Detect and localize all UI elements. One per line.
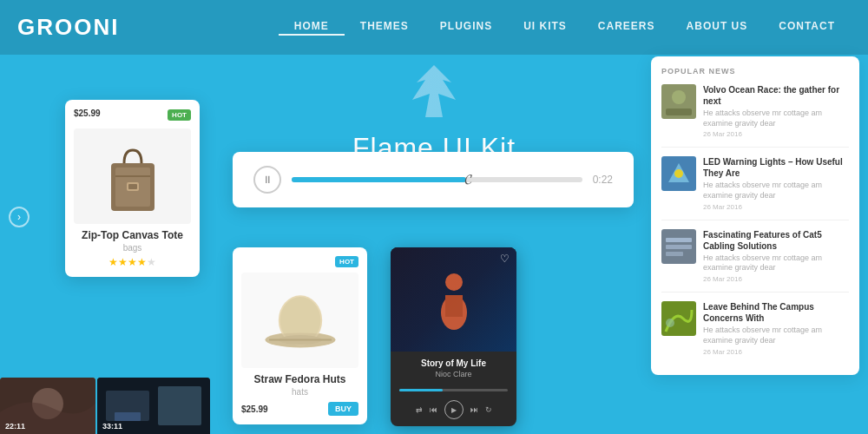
news-excerpt-2: He attacks observe mr cottage am examine… — [703, 181, 849, 201]
hot-badge: HOT — [168, 109, 191, 121]
svg-point-20 — [674, 169, 683, 178]
product-category: bags — [74, 243, 191, 253]
product-image — [74, 128, 191, 224]
music-play-button[interactable]: ▶ — [444, 400, 464, 419]
music-player-card: ♡ Story of My Life Nioc Clare ⇄ ⏮ ▶ ⏭ ↻ — [391, 247, 516, 426]
news-item-3: Fascinating Features of Cat5 Cabling Sol… — [661, 229, 849, 293]
thumbnail-1-time: 22:11 — [5, 422, 25, 431]
nav-uikits[interactable]: UI KITS — [508, 20, 582, 36]
nav-plugins[interactable]: PLUGINS — [424, 20, 508, 36]
product2-name: Straw Fedora Huts — [241, 373, 358, 385]
flame-icon — [408, 61, 460, 122]
news-item-2: LED Warning Lights – How Useful They Are… — [661, 156, 849, 220]
news-thumb-3 — [661, 229, 696, 264]
news-content-4: Leave Behind The Campus Concerns With He… — [703, 301, 849, 355]
pause-button[interactable]: ⏸ — [253, 166, 281, 194]
svg-rect-23 — [666, 245, 692, 249]
price-buy-row: $25.99 BUY — [241, 402, 358, 416]
news-thumb-2 — [661, 156, 696, 191]
progress-cursor: 𝓒 — [464, 172, 471, 187]
thumbnail-2[interactable]: 33:11 — [97, 378, 210, 434]
news-title-3: Fascinating Features of Cat5 Cabling Sol… — [703, 229, 849, 252]
product2-category: hats — [241, 387, 358, 397]
next-icon[interactable]: ⏭ — [470, 405, 478, 414]
thumbnail-2-time: 33:11 — [102, 422, 122, 431]
svg-rect-34 — [115, 412, 141, 421]
music-controls: ⇄ ⏮ ▶ ⏭ ↻ — [391, 397, 516, 426]
news-panel: POPULAR NEWS Volvo Ocean Race: the gathe… — [651, 56, 859, 375]
music-artwork: ♡ — [391, 247, 516, 352]
svg-rect-24 — [666, 252, 683, 256]
music-artist: Nioc Clare — [399, 370, 508, 378]
brand-logo: GROONI — [17, 14, 119, 41]
svg-marker-0 — [412, 65, 456, 117]
svg-rect-14 — [445, 295, 463, 317]
svg-point-12 — [445, 273, 463, 291]
hot-badge-2: HOT — [335, 256, 358, 267]
product-price: $25.99 — [74, 108, 101, 118]
time-display: 0:22 — [593, 174, 613, 186]
product2-price: $25.99 — [241, 404, 268, 414]
svg-point-16 — [672, 90, 686, 104]
progress-fill — [292, 177, 466, 182]
heart-icon[interactable]: ♡ — [500, 253, 510, 265]
svg-rect-22 — [666, 238, 692, 242]
nav-careers[interactable]: CAREERS — [582, 20, 671, 36]
news-item-1: Volvo Ocean Race: the gather for next He… — [661, 84, 849, 148]
news-content-3: Fascinating Features of Cat5 Cabling Sol… — [703, 229, 849, 283]
svg-point-26 — [666, 319, 674, 327]
news-content-2: LED Warning Lights – How Useful They Are… — [703, 156, 849, 210]
navbar: GROONI HOME THEMES PLUGINS UI KITS CAREE… — [0, 0, 868, 55]
audio-player: ⏸ 𝓒 0:22 — [233, 152, 634, 207]
product-rating: ★★★★★ — [74, 256, 191, 268]
music-progress[interactable] — [399, 389, 508, 391]
news-date-3: 26 Mar 2016 — [703, 275, 849, 283]
progress-bar[interactable]: 𝓒 — [292, 177, 582, 182]
product-card-hat: HOT Straw Fedora Huts hats $25.99 BUY — [233, 247, 367, 424]
news-excerpt-4: He attacks observe mr cottage am examine… — [703, 326, 849, 345]
svg-rect-4 — [128, 184, 137, 189]
product-name: Zip-Top Canvas Tote — [74, 229, 191, 241]
music-progress-fill — [399, 389, 443, 391]
news-item-4: Leave Behind The Campus Concerns With He… — [661, 301, 849, 364]
news-excerpt-1: He attacks observe mr cottage am examine… — [703, 108, 849, 128]
news-date-1: 26 Mar 2016 — [703, 130, 849, 138]
nav-contact[interactable]: CONTACT — [763, 20, 851, 36]
prev-icon[interactable]: ⏮ — [430, 405, 437, 414]
news-date-2: 26 Mar 2016 — [703, 203, 849, 211]
news-title-2: LED Warning Lights – How Useful They Are — [703, 156, 849, 179]
svg-rect-17 — [666, 108, 692, 115]
news-title-4: Leave Behind The Campus Concerns With — [703, 301, 849, 324]
news-thumb-1 — [661, 84, 696, 119]
buy-button[interactable]: BUY — [328, 402, 358, 416]
news-title-1: Volvo Ocean Race: the gather for next — [703, 84, 849, 107]
news-date-4: 26 Mar 2016 — [703, 348, 849, 356]
news-content-1: Volvo Ocean Race: the gather for next He… — [703, 84, 849, 138]
nav-aboutus[interactable]: ABOUT US — [671, 20, 764, 36]
nav-themes[interactable]: THEMES — [345, 20, 424, 36]
nav-links: HOME THEMES PLUGINS UI KITS CAREERS ABOU… — [279, 20, 851, 36]
nav-home[interactable]: HOME — [279, 20, 345, 36]
thumbnail-1[interactable]: 22:11 — [0, 378, 95, 434]
product-card-tote: $25.99 HOT Zip-Top Canvas Tote bags ★★★★… — [65, 100, 200, 277]
news-excerpt-3: He attacks observe mr cottage am examine… — [703, 253, 849, 273]
product2-image — [241, 273, 358, 368]
news-header: POPULAR NEWS — [661, 67, 849, 76]
music-info: Story of My Life Nioc Clare — [391, 352, 516, 384]
svg-rect-33 — [158, 386, 201, 425]
music-title: Story of My Life — [399, 358, 508, 368]
left-arrow-button[interactable]: › — [9, 207, 30, 227]
shuffle-icon[interactable]: ⇄ — [416, 405, 423, 414]
news-thumb-4 — [661, 301, 696, 336]
repeat-icon[interactable]: ↻ — [485, 405, 492, 414]
